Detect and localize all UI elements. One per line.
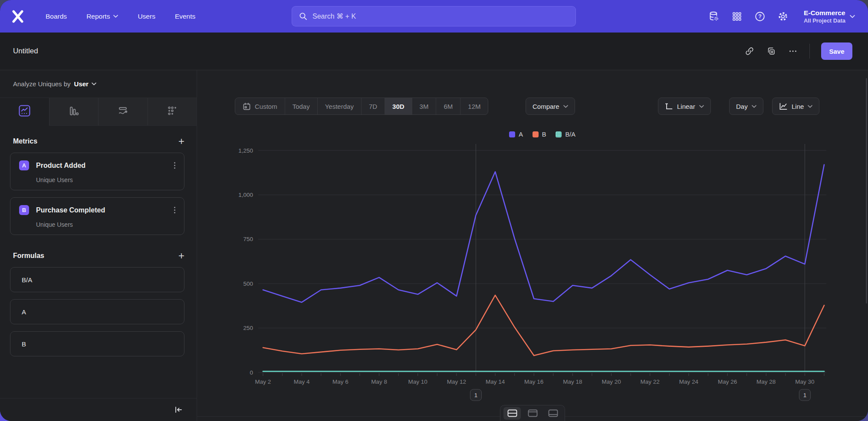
insights-chart-icon (19, 105, 30, 118)
metric-measure[interactable]: Unique Users (36, 221, 176, 228)
report-header: Untitled Save (0, 33, 868, 70)
collapse-sidebar-icon[interactable] (174, 406, 183, 414)
analyze-label: Analyze Uniques by (13, 80, 71, 88)
nav-item-users[interactable]: Users (138, 13, 155, 20)
visualization-tabs (0, 98, 197, 126)
sidebar-footer (0, 398, 197, 421)
svg-text:May 10: May 10 (408, 379, 427, 385)
more-options-icon[interactable] (788, 46, 798, 56)
svg-text:May 26: May 26 (718, 379, 737, 385)
svg-text:May 14: May 14 (486, 379, 505, 385)
metric-card-b[interactable]: B Purchase Completed Unique Users (10, 197, 184, 235)
tab-funnels[interactable] (49, 98, 99, 125)
trend-chart-svg: 02505007501,0001,250May 2May 4May 6May 8… (197, 70, 868, 421)
add-metric-button[interactable]: + (178, 137, 184, 146)
search-placeholder: Search ⌘ + K (312, 12, 356, 20)
svg-text:May 24: May 24 (679, 379, 699, 385)
metric-options-icon[interactable] (173, 206, 176, 214)
svg-text:750: 750 (243, 236, 253, 242)
metrics-title: Metrics (13, 137, 37, 145)
search-input[interactable]: Search ⌘ + K (292, 6, 576, 26)
svg-text:May 22: May 22 (641, 379, 660, 385)
project-subtitle: All Project Data (804, 17, 845, 24)
metric-options-icon[interactable] (173, 161, 176, 170)
chevron-down-icon (92, 82, 96, 85)
analyze-row: Analyze Uniques by User (0, 70, 197, 98)
report-title[interactable]: Untitled (13, 47, 38, 55)
svg-text:500: 500 (243, 281, 253, 287)
layout-table-view-button[interactable] (544, 407, 562, 420)
svg-text:250: 250 (243, 325, 253, 331)
metric-badge-a: A (19, 160, 29, 170)
svg-text:May 6: May 6 (332, 379, 349, 385)
project-name: E-Commerce (804, 9, 845, 17)
layout-chart-view-button[interactable] (524, 407, 541, 420)
svg-text:May 18: May 18 (563, 379, 582, 385)
tab-retention[interactable] (148, 98, 197, 125)
save-button[interactable]: Save (821, 42, 852, 60)
svg-text:May 16: May 16 (524, 379, 543, 385)
bar-chart-icon (68, 105, 79, 118)
svg-text:May 8: May 8 (371, 379, 387, 385)
help-icon[interactable]: ? (754, 11, 766, 22)
svg-text:May 12: May 12 (447, 379, 466, 385)
divider (809, 44, 810, 59)
mixpanel-logo-icon[interactable] (10, 8, 26, 25)
svg-text:0: 0 (250, 369, 253, 376)
metric-name: Purchase Completed (36, 206, 105, 214)
settings-gear-icon[interactable] (777, 11, 789, 22)
add-formula-button[interactable]: + (178, 251, 184, 260)
top-nav: Boards Reports Users Events Search ⌘ + K (0, 0, 868, 33)
svg-text:May 30: May 30 (795, 379, 814, 385)
query-sidebar: Analyze Uniques by User (0, 70, 197, 421)
svg-text:May 2: May 2 (255, 379, 271, 385)
data-management-icon[interactable] (708, 11, 720, 22)
svg-text:1,250: 1,250 (238, 147, 253, 154)
app-window: Boards Reports Users Events Search ⌘ + K (0, 0, 868, 421)
vertical-scrollbar[interactable] (866, 78, 867, 304)
report-canvas: Custom Today Yesterday 7D 30D 3M 6M 12M … (197, 70, 868, 421)
metric-name: Product Added (36, 162, 85, 170)
flows-icon (117, 105, 129, 119)
svg-text:May 28: May 28 (756, 379, 776, 385)
nav-items: Boards Reports Users Events (46, 13, 195, 20)
layout-split-view-button[interactable] (503, 407, 521, 420)
retention-dots-icon (167, 105, 178, 118)
nav-right: ? E-Commerce All Project Data (708, 0, 855, 33)
project-selector[interactable]: E-Commerce All Project Data (804, 9, 855, 23)
chevron-down-icon (113, 15, 118, 18)
metric-measure[interactable]: Unique Users (36, 176, 176, 183)
nav-item-events[interactable]: Events (175, 13, 195, 20)
svg-text:May 20: May 20 (602, 379, 621, 385)
svg-text:1,000: 1,000 (238, 192, 253, 198)
svg-text:1: 1 (803, 392, 807, 398)
nav-item-boards[interactable]: Boards (46, 13, 67, 20)
tab-flows[interactable] (98, 98, 148, 125)
duplicate-icon[interactable] (766, 46, 776, 56)
copy-link-icon[interactable] (744, 46, 755, 56)
svg-text:1: 1 (474, 392, 478, 398)
tab-insights[interactable] (0, 98, 49, 126)
formulas-title: Formulas (13, 252, 44, 260)
metric-badge-b: B (19, 205, 29, 215)
formula-card[interactable]: B (10, 331, 184, 356)
analyze-by-dropdown[interactable]: User (74, 80, 96, 88)
apps-grid-icon[interactable] (731, 11, 743, 22)
trend-chart[interactable]: 02505007501,0001,250May 2May 4May 6May 8… (197, 70, 868, 421)
formula-card[interactable]: B/A (10, 267, 184, 292)
svg-text:?: ? (758, 13, 762, 20)
nav-item-reports[interactable]: Reports (86, 13, 118, 20)
chevron-down-icon (850, 15, 855, 18)
metric-card-a[interactable]: A Product Added Unique Users (10, 153, 184, 190)
search-icon (299, 12, 307, 20)
formula-card[interactable]: A (10, 299, 184, 324)
layout-toolbar (500, 405, 565, 421)
svg-text:May 4: May 4 (294, 379, 310, 385)
